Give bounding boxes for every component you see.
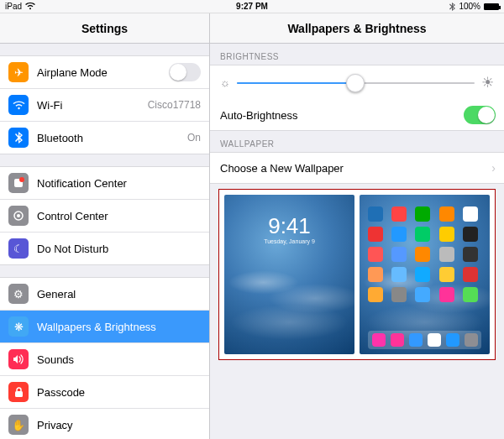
home-screen-preview[interactable] (360, 195, 490, 354)
wifi-network-value: Cisco17718 (148, 99, 201, 111)
app-icon (415, 247, 430, 262)
gear-icon: ⚙ (8, 284, 29, 304)
brightness-slider[interactable] (237, 82, 475, 84)
app-icon (391, 227, 407, 242)
brightness-group: ☼ ☀ Auto-Brightness (210, 65, 504, 131)
sidebar-item-passcode[interactable]: Passcode (0, 376, 209, 409)
sidebar-group-3: ⚙ General ❋ Wallpapers & Brightness Soun… (0, 277, 209, 439)
moon-icon: ☾ (8, 238, 29, 259)
brightness-slider-thumb[interactable] (346, 74, 365, 92)
dock-app-icon (446, 333, 459, 347)
sidebar-item-label: Sounds (37, 353, 201, 366)
lock-screen-preview[interactable]: 9:41 Tuesday, January 9 (224, 195, 354, 354)
wifi-icon (8, 95, 29, 115)
dock-app-icon (465, 333, 478, 347)
detail-pane: Wallpapers & Brightness BRIGHTNESS ☼ ☀ A… (210, 13, 504, 439)
sun-high-icon: ☀ (481, 74, 494, 91)
app-icon (368, 206, 383, 222)
sidebar-item-label: Privacy (37, 419, 201, 431)
lock-icon (8, 382, 29, 402)
sidebar-item-notifications[interactable]: Notification Center (0, 167, 209, 200)
app-icon (439, 206, 454, 222)
hand-icon: ✋ (8, 415, 29, 435)
brightness-slider-row: ☼ ☀ (210, 65, 504, 100)
choose-wallpaper-row[interactable]: Choose a New Wallpaper › (210, 153, 504, 183)
auto-brightness-row[interactable]: Auto-Brightness (210, 100, 504, 130)
sidebar-item-label: Airplane Mode (37, 66, 169, 79)
auto-brightness-label: Auto-Brightness (220, 109, 464, 122)
auto-brightness-switch[interactable] (464, 106, 496, 124)
app-icon (463, 227, 478, 242)
app-icon (391, 287, 407, 302)
speaker-icon (8, 349, 29, 369)
detail-title: Wallpapers & Brightness (210, 13, 504, 44)
airplane-icon: ✈ (8, 62, 29, 82)
sidebar-item-dnd[interactable]: ☾ Do Not Disturb (0, 233, 209, 264)
app-icon (439, 287, 454, 302)
sun-low-icon: ☼ (220, 76, 230, 89)
sidebar-item-general[interactable]: ⚙ General (0, 278, 209, 311)
app-icon (368, 287, 383, 302)
sidebar-item-sounds[interactable]: Sounds (0, 343, 209, 376)
app-icon (463, 206, 478, 222)
sidebar-item-bluetooth[interactable]: Bluetooth On (0, 122, 209, 154)
sidebar-group-1: ✈ Airplane Mode Wi-Fi Cisco17718 Bluetoo… (0, 55, 209, 154)
home-preview-apps (368, 206, 481, 302)
lock-preview-date: Tuesday, January 9 (224, 238, 354, 244)
sidebar-item-label: Control Center (37, 210, 201, 222)
wallpaper-previews: 9:41 Tuesday, January 9 (218, 189, 496, 360)
sidebar-item-control-center[interactable]: Control Center (0, 200, 209, 233)
chevron-right-icon: › (491, 161, 496, 175)
sidebar-item-label: General (37, 288, 201, 301)
dock-app-icon (409, 333, 423, 347)
app-icon (415, 287, 430, 302)
app-icon (463, 267, 478, 282)
sidebar-item-label: Wallpapers & Brightness (37, 321, 201, 333)
sidebar-group-2: Notification Center Control Center ☾ Do … (0, 166, 209, 265)
bluetooth-icon (8, 128, 29, 148)
dock-app-icon (391, 333, 404, 347)
dock-app-icon (372, 333, 386, 347)
app-icon (391, 206, 407, 222)
app-icon (415, 227, 430, 242)
sidebar-item-airplane[interactable]: ✈ Airplane Mode (0, 56, 209, 89)
statusbar-time: 9:27 PM (0, 2, 504, 11)
status-bar: iPad 9:27 PM 100% (0, 0, 504, 13)
svg-point-3 (17, 214, 20, 217)
app-icon (463, 247, 478, 262)
app-icon (463, 287, 478, 302)
brightness-atom-icon: ❋ (8, 316, 29, 337)
control-center-icon (8, 206, 29, 226)
sidebar-item-label: Wi-Fi (37, 99, 143, 112)
sidebar-item-label: Passcode (37, 386, 201, 399)
sidebar-item-label: Do Not Disturb (37, 243, 201, 255)
svg-rect-4 (15, 391, 23, 397)
sidebar-title: Settings (0, 13, 209, 44)
app-icon (368, 247, 383, 262)
sidebar-item-label: Notification Center (37, 177, 201, 190)
settings-sidebar: Settings ✈ Airplane Mode Wi-Fi Cisco1771… (0, 13, 210, 439)
app-icon (439, 227, 454, 242)
app-icon (368, 267, 383, 282)
sidebar-item-label: Bluetooth (37, 132, 182, 144)
dock-app-icon (428, 333, 441, 347)
wallpaper-group: Choose a New Wallpaper › (210, 152, 504, 184)
app-icon (415, 267, 430, 282)
app-icon (391, 247, 407, 262)
brightness-section-header: BRIGHTNESS (210, 44, 504, 65)
sidebar-item-privacy[interactable]: ✋ Privacy (0, 409, 209, 439)
app-icon (391, 267, 407, 282)
app-icon (439, 267, 454, 282)
app-icon (368, 227, 383, 242)
choose-wallpaper-label: Choose a New Wallpaper (220, 162, 491, 175)
bluetooth-value: On (187, 132, 201, 144)
app-icon (415, 206, 430, 222)
sidebar-item-wallpapers-brightness[interactable]: ❋ Wallpapers & Brightness (0, 311, 209, 343)
airplane-switch[interactable] (169, 63, 201, 81)
battery-icon (484, 3, 499, 10)
wallpaper-section-header: WALLPAPER (210, 131, 504, 152)
sidebar-item-wifi[interactable]: Wi-Fi Cisco17718 (0, 89, 209, 122)
lock-preview-time: 9:41 (224, 213, 354, 239)
home-preview-dock (368, 331, 481, 349)
svg-point-1 (19, 177, 24, 182)
